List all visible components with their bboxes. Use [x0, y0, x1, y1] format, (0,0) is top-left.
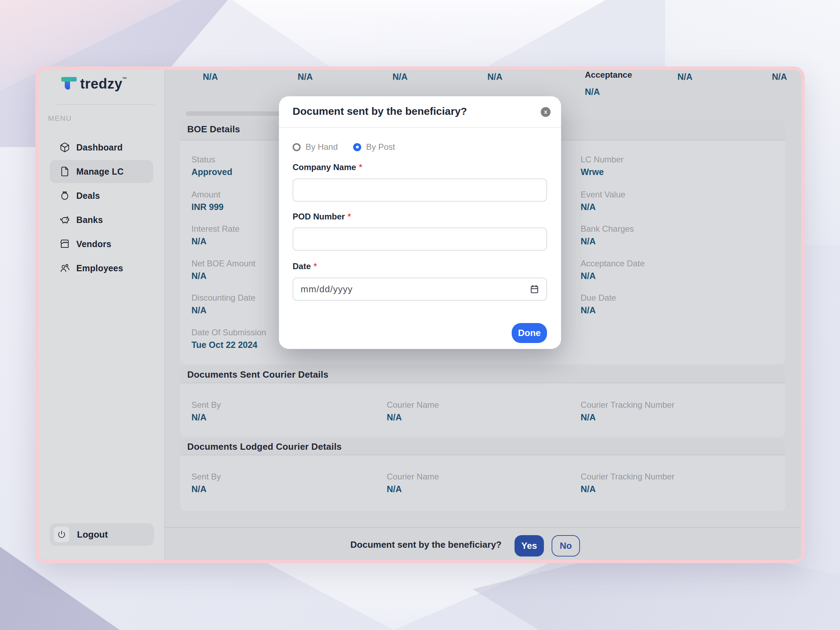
- table-cell-value: N/A: [297, 72, 313, 82]
- field-courier-name: Courier Name N/A: [387, 471, 439, 496]
- brand-name: tredzy: [80, 76, 123, 91]
- table-cell-value: N/A: [772, 72, 787, 82]
- delivery-method-radio-group: By Hand By Post: [293, 142, 411, 152]
- documents-sent-section: Documents Sent Courier Details Sent By N…: [180, 366, 785, 437]
- acceptance-column-label: Acceptance: [585, 70, 632, 80]
- power-icon: [57, 530, 66, 539]
- calendar-icon[interactable]: [529, 284, 539, 294]
- required-asterisk: *: [314, 261, 317, 271]
- table-cell-value: N/A: [487, 72, 502, 82]
- sidebar-item-employees[interactable]: Employees: [50, 257, 153, 279]
- field-courier-name: Courier Name N/A: [387, 399, 439, 424]
- sidebar-item-label: Employees: [76, 263, 123, 273]
- sidebar-item-label: Deals: [76, 191, 100, 201]
- modal-title: Document sent by the beneficiary?: [293, 105, 467, 117]
- documents-lodged-section: Documents Lodged Courier Details Sent By…: [180, 439, 785, 511]
- documents-lodged-body: Sent By N/A Courier Name N/A Courier Tra…: [180, 455, 785, 511]
- field-date-of-submission: Date Of Submission Tue Oct 22 2024: [191, 327, 266, 351]
- field-amount: Amount INR 999: [191, 189, 224, 213]
- sidebar-item-deals[interactable]: Deals: [50, 184, 153, 207]
- file-icon: [60, 166, 70, 177]
- field-net-boe-amount: Net BOE Amount N/A: [191, 257, 256, 283]
- field-sent-by: Sent By N/A: [191, 471, 221, 496]
- pod-number-input[interactable]: [293, 227, 547, 251]
- field-due-date: Due Date N/A: [581, 292, 616, 317]
- required-asterisk: *: [359, 163, 362, 172]
- company-name-input[interactable]: [293, 178, 547, 202]
- section-title: BOE Details: [187, 124, 240, 135]
- sidebar-item-label: Banks: [76, 215, 103, 225]
- store-icon: [60, 239, 70, 249]
- sidebar-item-vendors[interactable]: Vendors: [50, 232, 153, 256]
- radio-label: By Hand: [306, 142, 338, 152]
- modal-header: Document sent by the beneficiary? x: [279, 96, 561, 128]
- done-button[interactable]: Done: [512, 323, 547, 343]
- documents-sent-header: Documents Sent Courier Details: [180, 366, 785, 383]
- tredzy-logo-icon: [61, 76, 77, 90]
- field-status: Status Approved: [191, 154, 232, 178]
- date-placeholder: mm/dd/yyyy: [301, 284, 353, 295]
- table-cell-value: N/A: [203, 72, 218, 82]
- document-sent-modal: Document sent by the beneficiary? x By H…: [279, 96, 561, 349]
- sidebar-item-banks[interactable]: Banks: [50, 208, 153, 231]
- field-sent-by: Sent By N/A: [191, 399, 221, 424]
- pod-number-label: POD Number*: [293, 212, 351, 221]
- package-icon: [60, 142, 70, 153]
- field-interest-rate: Interest Rate N/A: [191, 223, 239, 248]
- date-label: Date*: [293, 261, 317, 271]
- field-discounting-date: Discounting Date N/A: [191, 292, 256, 317]
- company-name-label: Company Name*: [293, 163, 362, 172]
- bottom-action-bar: Document sent by the beneficiary? Yes No: [165, 528, 801, 560]
- documents-lodged-header: Documents Lodged Courier Details: [180, 439, 785, 455]
- table-cell-value: N/A: [392, 72, 407, 82]
- menu-section-label: MENU: [48, 114, 72, 123]
- documents-sent-body: Sent By N/A Courier Name N/A Courier Tra…: [180, 383, 785, 437]
- trademark-symbol: ™: [123, 76, 127, 82]
- section-title: Documents Sent Courier Details: [187, 369, 328, 380]
- field-lc-number: LC Number Wrwe: [581, 154, 624, 178]
- radio-label: By Post: [366, 142, 395, 152]
- field-bank-charges: Bank Charges N/A: [581, 223, 634, 248]
- sidebar-item-dashboard[interactable]: Dashboard: [50, 136, 153, 159]
- field-courier-tracking-number: Courier Tracking Number N/A: [581, 399, 674, 424]
- radio-by-hand[interactable]: By Hand: [293, 142, 338, 152]
- sidebar-item-label: Manage LC: [76, 167, 123, 177]
- radio-selected-icon: [353, 143, 361, 151]
- users-icon: [60, 263, 70, 273]
- sidebar-divider: [57, 104, 154, 105]
- field-courier-tracking-number: Courier Tracking Number N/A: [581, 471, 674, 496]
- logout-icon-box: [54, 527, 69, 542]
- acceptance-column-value: N/A: [585, 87, 600, 97]
- beneficiary-question-text: Document sent by the beneficiary?: [351, 539, 502, 550]
- sidebar-item-label: Dashboard: [76, 142, 123, 153]
- piggy-bank-icon: [60, 215, 70, 225]
- radio-unselected-icon: [293, 143, 301, 151]
- required-asterisk: *: [347, 212, 351, 221]
- close-icon[interactable]: x: [541, 107, 551, 117]
- sidebar-menu: Dashboard Manage LC Deals: [39, 135, 164, 281]
- money-bag-icon: [60, 190, 70, 201]
- brand-logo[interactable]: tredzy ™: [61, 76, 127, 92]
- table-cell-value: N/A: [677, 72, 692, 82]
- sidebar: tredzy ™ MENU Dashboard Manage LC: [39, 70, 165, 560]
- section-title: Documents Lodged Courier Details: [187, 441, 342, 452]
- yes-button[interactable]: Yes: [515, 535, 544, 556]
- field-event-value: Event Value N/A: [581, 189, 625, 213]
- field-acceptance-date: Acceptance Date N/A: [581, 257, 645, 283]
- logout-label: Logout: [77, 529, 108, 540]
- no-button[interactable]: No: [552, 535, 580, 556]
- logout-button[interactable]: Logout: [50, 523, 154, 546]
- date-input[interactable]: mm/dd/yyyy: [293, 278, 547, 301]
- radio-by-post[interactable]: By Post: [353, 142, 395, 152]
- page-background: tredzy ™ MENU Dashboard Manage LC: [0, 0, 840, 630]
- sidebar-item-manage-lc[interactable]: Manage LC: [50, 160, 153, 183]
- sidebar-item-label: Vendors: [76, 239, 111, 249]
